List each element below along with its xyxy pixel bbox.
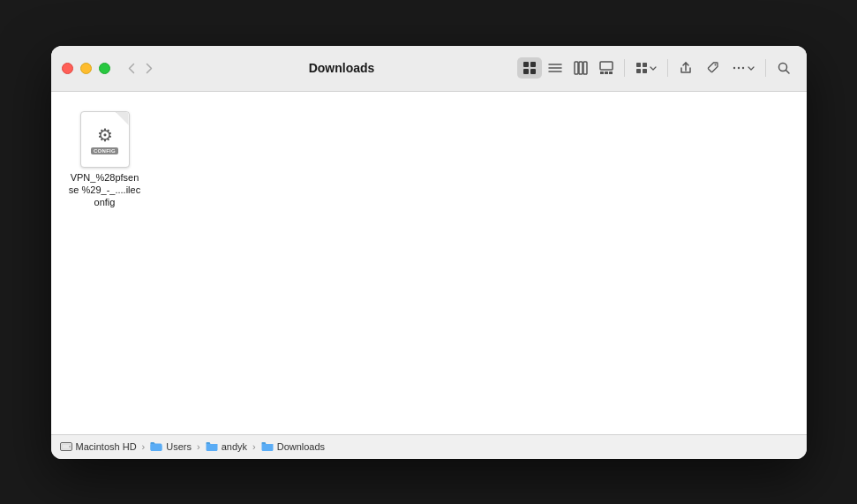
maximize-button[interactable] <box>99 63 110 74</box>
config-label: CONFIG <box>91 147 118 154</box>
svg-rect-1 <box>530 62 536 67</box>
gallery-icon <box>599 61 613 75</box>
svg-rect-0 <box>523 62 529 67</box>
separator-1 <box>624 59 625 77</box>
config-file-icon: ⚙ CONFIG <box>80 111 130 168</box>
svg-rect-16 <box>636 69 641 73</box>
hd-icon <box>60 441 72 452</box>
svg-rect-14 <box>636 63 641 67</box>
breadcrumb-sep-2: › <box>197 441 200 452</box>
view-mode-buttons <box>517 57 619 79</box>
folder-downloads-icon <box>261 441 274 453</box>
share-icon <box>679 61 693 75</box>
breadcrumb-users-label: Users <box>166 441 192 452</box>
gear-symbol: ⚙ <box>97 124 113 146</box>
dropdown-chevron-icon <box>650 66 657 71</box>
breadcrumb-item-hd[interactable]: Macintosh HD <box>60 441 137 452</box>
svg-rect-15 <box>643 63 647 67</box>
search-button[interactable] <box>771 57 796 79</box>
back-button[interactable] <box>124 61 139 76</box>
list-view-button[interactable] <box>543 57 568 79</box>
svg-rect-2 <box>523 69 529 74</box>
folder-icon-3 <box>261 441 274 451</box>
svg-rect-8 <box>579 62 583 74</box>
svg-line-23 <box>786 71 789 74</box>
svg-rect-3 <box>530 69 536 74</box>
svg-rect-17 <box>643 69 647 73</box>
breadcrumb-andyk-label: andyk <box>222 441 247 452</box>
file-icon-wrapper: ⚙ CONFIG <box>77 111 133 168</box>
gallery-view-button[interactable] <box>594 57 619 79</box>
toolbar-right <box>517 57 796 79</box>
folder-icon-2 <box>206 441 218 451</box>
breadcrumb-downloads-label: Downloads <box>277 441 325 452</box>
folder-andyk-icon <box>206 441 218 453</box>
chevron-right-icon <box>146 63 153 74</box>
file-name: VPN_%28pfsense %29_-_....ileconfig <box>69 171 141 209</box>
folder-icon <box>150 441 162 451</box>
breadcrumb-item-users[interactable]: Users <box>150 441 192 453</box>
ellipsis-icon <box>732 61 746 75</box>
tag-icon <box>705 61 719 75</box>
minimize-button[interactable] <box>80 63 92 74</box>
macintosh-hd-icon <box>60 441 72 452</box>
svg-point-26 <box>69 446 71 448</box>
svg-point-20 <box>737 67 739 69</box>
titlebar: Downloads <box>51 46 807 92</box>
separator-2 <box>667 59 668 77</box>
chevron-left-icon <box>128 63 135 74</box>
search-icon <box>777 61 791 75</box>
columns-icon <box>574 61 588 75</box>
svg-rect-13 <box>609 71 613 74</box>
svg-rect-10 <box>600 62 613 70</box>
column-view-button[interactable] <box>568 57 593 79</box>
svg-point-21 <box>741 67 743 69</box>
svg-point-19 <box>733 67 734 69</box>
svg-rect-7 <box>575 62 578 74</box>
breadcrumb-item-downloads[interactable]: Downloads <box>261 441 325 453</box>
group-button[interactable] <box>630 58 662 78</box>
svg-rect-9 <box>583 62 587 74</box>
list-icon <box>548 61 562 75</box>
icon-view-button[interactable] <box>517 57 542 79</box>
finder-window: Downloads <box>51 46 807 459</box>
close-button[interactable] <box>62 63 73 74</box>
breadcrumb-sep-3: › <box>252 441 256 452</box>
window-title: Downloads <box>167 61 517 75</box>
more-chevron-icon <box>748 66 755 71</box>
tag-button[interactable] <box>700 57 725 79</box>
separator-3 <box>765 59 766 77</box>
nav-buttons <box>124 61 156 76</box>
svg-point-18 <box>714 64 716 66</box>
svg-rect-11 <box>600 71 604 74</box>
more-button[interactable] <box>726 57 760 79</box>
breadcrumb-hd-label: Macintosh HD <box>76 441 137 452</box>
breadcrumb-sep-1: › <box>142 441 146 452</box>
file-item[interactable]: ⚙ CONFIG VPN_%28pfsense %29_-_....ilecon… <box>65 106 145 214</box>
statusbar: Macintosh HD › Users › andyk <box>51 434 807 459</box>
share-button[interactable] <box>673 57 698 79</box>
grid-icon <box>522 61 537 75</box>
file-grid: ⚙ CONFIG VPN_%28pfsense %29_-_....ilecon… <box>65 106 793 214</box>
forward-button[interactable] <box>142 61 156 76</box>
folder-users-icon <box>150 441 162 453</box>
group-icon <box>635 62 648 74</box>
svg-rect-12 <box>605 71 608 74</box>
content-area: ⚙ CONFIG VPN_%28pfsense %29_-_....ilecon… <box>51 92 807 434</box>
traffic-lights <box>62 63 110 74</box>
breadcrumb-item-andyk[interactable]: andyk <box>206 441 247 453</box>
